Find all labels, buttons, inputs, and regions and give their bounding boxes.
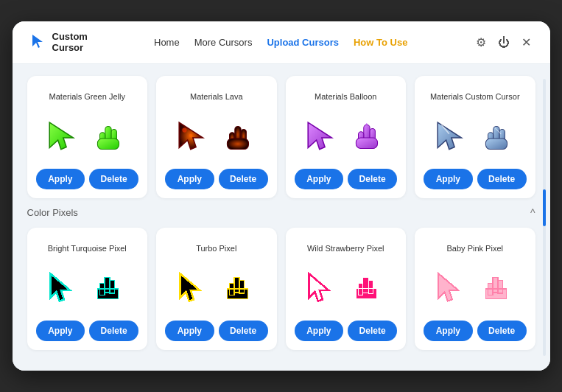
card-turbo: Turbo Pixel <box>156 228 277 350</box>
cursor-images-pink <box>434 266 516 313</box>
cursor-arrow-turquoise <box>46 270 84 309</box>
svg-marker-19 <box>438 122 461 149</box>
svg-rect-50 <box>356 289 377 299</box>
logo-icon <box>30 33 46 52</box>
cursor-images-custom-cursor <box>434 114 516 161</box>
svg-rect-40 <box>227 289 247 299</box>
cursor-hand-pink <box>478 270 516 309</box>
svg-rect-17 <box>356 138 378 149</box>
settings-icon[interactable]: ⚙ <box>474 34 488 51</box>
card-green-jelly: Materials Green Jelly Apply Delete <box>27 76 148 198</box>
nav-more-cursors[interactable]: More Cursors <box>194 37 253 48</box>
delete-button-lava[interactable]: Delete <box>219 169 268 189</box>
app-header: Custom Cursor Home More Cursors Upload C… <box>13 21 550 64</box>
svg-rect-5 <box>98 139 119 150</box>
svg-marker-13 <box>308 122 331 149</box>
card-buttons-lava: Apply Delete <box>165 169 268 189</box>
app-window: Custom Cursor Home More Cursors Upload C… <box>13 21 550 371</box>
apply-button-lava[interactable]: Apply <box>165 169 214 189</box>
close-icon[interactable]: ✕ <box>520 34 533 51</box>
delete-button-turbo[interactable]: Delete <box>219 321 268 341</box>
cursor-hand-turquoise <box>90 270 128 309</box>
cursor-images-green-jelly <box>46 114 128 161</box>
svg-point-8 <box>189 134 192 137</box>
svg-marker-36 <box>180 273 200 301</box>
cursor-images-strawberry <box>304 266 387 313</box>
card-balloon: Materials Balloon Apply Delete <box>286 76 407 198</box>
card-title-green-jelly: Materials Green Jelly <box>49 86 125 107</box>
card-title-turbo: Turbo Pixel <box>196 238 236 259</box>
cursor-arrow-lava <box>175 119 214 157</box>
card-turquoise: Bright Turquoise Pixel <box>27 228 148 350</box>
apply-button-pink[interactable]: Apply <box>424 321 473 341</box>
cursor-arrow-turbo <box>175 270 214 309</box>
cursor-arrow-balloon <box>304 119 343 157</box>
nav-icon-group: ⚙ ⏻ ✕ <box>474 34 533 51</box>
cursor-hand-turbo <box>219 270 258 309</box>
nav-menu: Home More Cursors Upload Cursors How To … <box>154 37 407 48</box>
cursor-images-turquoise <box>46 266 128 313</box>
card-title-balloon: Materials Balloon <box>315 86 376 107</box>
card-lava: Materials Lava Apply Delete <box>156 76 277 198</box>
delete-button-custom-cursor[interactable]: Delete <box>477 169 527 189</box>
card-strawberry: Wild Strawberry Pixel <box>286 228 407 350</box>
card-buttons-turbo: Apply Delete <box>165 321 268 341</box>
apply-button-turbo[interactable]: Apply <box>165 321 214 341</box>
cursor-arrow-green <box>46 119 84 157</box>
cursor-hand-green <box>90 119 128 157</box>
delete-button-strawberry[interactable]: Delete <box>348 321 397 341</box>
cursor-images-turbo <box>175 266 258 313</box>
color-pixels-grid: Bright Turquoise Pixel <box>27 228 535 350</box>
cursor-images-balloon <box>304 114 387 161</box>
power-icon[interactable]: ⏻ <box>496 35 511 51</box>
logo-text: Custom Cursor <box>52 32 88 53</box>
apply-button-turquoise[interactable]: Apply <box>36 321 85 341</box>
svg-rect-31 <box>98 289 119 299</box>
card-custom-cursor: Materials Custom Cursor Apply Delete <box>415 76 535 198</box>
apply-button-balloon[interactable]: Apply <box>295 169 344 189</box>
card-buttons-turquoise: Apply Delete <box>36 321 139 341</box>
nav-upload-cursors[interactable]: Upload Cursors <box>267 37 339 48</box>
apply-button-custom-cursor[interactable]: Apply <box>424 169 473 189</box>
svg-rect-12 <box>227 139 248 150</box>
svg-marker-0 <box>32 35 43 48</box>
materials-grid: Materials Green Jelly Apply Delete Mater… <box>27 76 535 198</box>
card-title-custom-cursor: Materials Custom Cursor <box>430 86 520 107</box>
apply-button-strawberry[interactable]: Apply <box>295 321 344 341</box>
cursor-arrow-pink <box>434 270 472 309</box>
card-buttons-green-jelly: Apply Delete <box>36 169 139 189</box>
cursor-arrow-strawberry <box>304 270 343 309</box>
card-title-strawberry: Wild Strawberry Pixel <box>307 238 384 259</box>
cursor-hand-balloon <box>348 119 387 157</box>
card-title-pink: Baby Pink Pixel <box>447 238 503 259</box>
section-label-text: Color Pixels <box>27 207 78 218</box>
delete-button-pink[interactable]: Delete <box>477 321 527 341</box>
svg-rect-59 <box>485 289 506 299</box>
scrollbar[interactable] <box>543 79 546 356</box>
color-pixels-label: Color Pixels ^ <box>27 207 535 219</box>
chevron-up-icon[interactable]: ^ <box>530 207 535 219</box>
svg-rect-24 <box>485 139 507 150</box>
scrollbar-thumb[interactable] <box>543 189 546 226</box>
delete-button-green-jelly[interactable]: Delete <box>89 169 138 189</box>
delete-button-turquoise[interactable]: Delete <box>89 321 138 341</box>
nav-how-to-use[interactable]: How To Use <box>354 37 407 48</box>
cursor-arrow-crystal <box>434 119 472 157</box>
card-buttons-pink: Apply Delete <box>424 321 527 341</box>
cursor-hand-strawberry <box>348 270 387 309</box>
cursor-images-lava <box>175 114 258 161</box>
logo: Custom Cursor <box>30 32 88 53</box>
delete-button-balloon[interactable]: Delete <box>348 169 397 189</box>
svg-marker-1 <box>49 122 73 149</box>
card-buttons-strawberry: Apply Delete <box>295 321 398 341</box>
main-content: Materials Green Jelly Apply Delete Mater… <box>13 64 550 371</box>
nav-home[interactable]: Home <box>154 37 180 48</box>
card-title-lava: Materials Lava <box>190 86 243 107</box>
card-title-turquoise: Bright Turquoise Pixel <box>48 238 127 259</box>
card-buttons-custom-cursor: Apply Delete <box>424 169 527 189</box>
cursor-hand-lava <box>219 119 258 157</box>
svg-point-7 <box>182 127 186 132</box>
cursor-hand-crystal <box>478 119 516 157</box>
apply-button-green-jelly[interactable]: Apply <box>36 169 85 189</box>
svg-marker-55 <box>438 273 458 301</box>
